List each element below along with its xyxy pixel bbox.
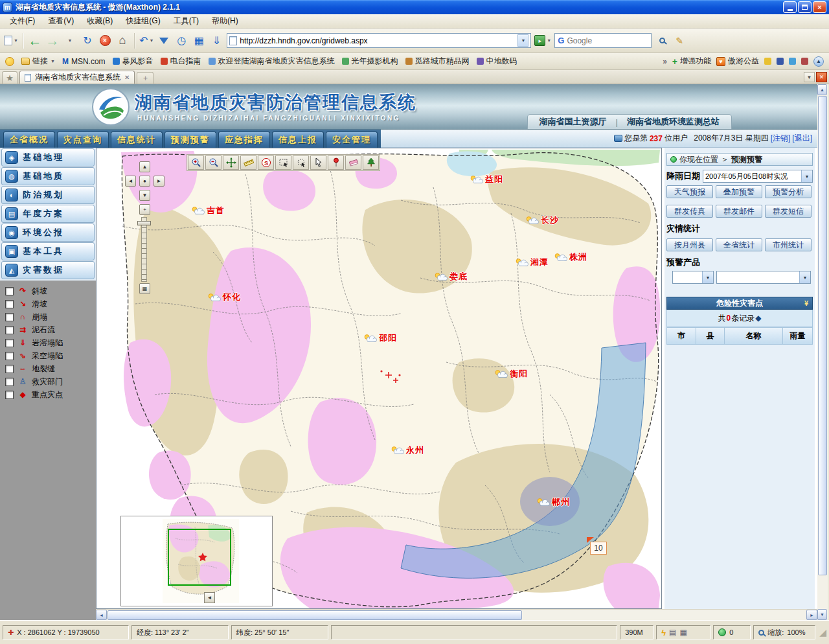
links-folder[interactable]: 链接▼ [21,56,55,67]
link-zhongdi[interactable]: 中地数码 [477,56,517,67]
map-city-shaoyang[interactable]: 邵阳 [363,332,397,344]
collapse-icon[interactable]: ¥ [804,299,808,307]
map-tool-select-circle[interactable]: S [258,155,274,170]
map-city-huaihua[interactable]: 怀化 [207,292,241,303]
zoom-slider-track[interactable] [141,217,147,282]
map-tool-measure[interactable] [240,155,256,170]
logout-link[interactable]: [注销] [771,133,791,144]
link-city[interactable]: 觅路城市精品网 [405,56,470,67]
map-city-xiangtan[interactable]: 湘潭 [515,257,549,268]
vertical-scrollbar[interactable]: ▲ ▼ [817,84,828,620]
layer-checkbox[interactable] [5,391,14,399]
highlight-button[interactable]: ✎ [672,32,687,49]
charity-button[interactable]: ♥傲游公益 [716,56,759,67]
full-extent-button[interactable]: ▦ [139,283,150,294]
chat-icon[interactable] [789,58,796,65]
scroll-down-button[interactable]: ▼ [817,609,827,620]
resize-grip[interactable]: ◢ [819,627,826,638]
favorites-button[interactable]: ★ [2,71,17,84]
maximize-button[interactable] [798,1,812,13]
sidebar-item-base-geography[interactable]: ◈基础地理 [1,148,95,167]
map-city-hengyang[interactable]: 衡阳 [494,368,528,380]
nav-tab-emergency[interactable]: 应急指挥 [218,132,270,148]
history-button[interactable]: ◷ [174,32,188,49]
pan-up-button[interactable]: ▲ [139,161,150,172]
printer-icon[interactable]: ▤ [669,628,676,637]
map-city-yiyang[interactable]: 益阳 [470,174,503,185]
map-tool-select-rectangle[interactable] [275,155,291,170]
exit-link[interactable]: [退出] [792,133,812,144]
nav-tab-statistics[interactable]: 信息统计 [111,132,163,148]
map-city-yongzhou[interactable]: 永州 [391,444,424,456]
layer-checkbox[interactable] [5,378,14,386]
nav-tab-report[interactable]: 信息上报 [272,132,324,148]
layer-checkbox[interactable] [5,287,14,295]
menu-favorites[interactable]: 收藏(B) [81,14,119,28]
link-msn[interactable]: MMSN.com [62,57,106,66]
map-tool-erase[interactable] [345,155,361,170]
zoom-control[interactable]: 缩放:100% [753,625,815,639]
layer-checkbox[interactable] [5,352,14,360]
menu-help[interactable]: 帮助(H) [206,14,244,28]
vertical-scroll-thumb[interactable] [818,96,827,575]
more-links-button[interactable]: » [663,57,667,66]
map-tool-select-polygon[interactable] [293,155,309,170]
menu-groups[interactable]: 快捷组(G) [120,14,166,28]
overview-map[interactable] [163,519,239,603]
mass-email-button[interactable]: 群发邮件 [716,205,762,218]
map-tool-zoom-in[interactable] [188,155,204,170]
back-button[interactable]: ← [28,32,42,49]
link-baofeng[interactable]: 暴风影音 [113,56,153,67]
menu-tools[interactable]: 工具(T) [168,14,205,28]
home-button[interactable]: ⌂ [115,32,130,49]
forward-button[interactable]: → [45,32,60,49]
sidebar-item-annual-plan[interactable]: ▤年度方案 [1,205,95,223]
address-dropdown[interactable]: ▼ [517,34,528,47]
refresh-button[interactable]: ↻ [80,32,95,49]
scroll-left-button[interactable]: ◄ [96,610,107,620]
product-item-select[interactable]: ▼ [716,271,811,284]
monthly-county-button[interactable]: 按月州县 [666,238,713,251]
link-land-resources[interactable]: 湖南省国土资源厅 [539,116,607,128]
map-city-zhuzhou[interactable]: 株洲 [554,251,587,263]
horizontal-scroll-thumb[interactable] [108,610,522,620]
pan-down-button[interactable]: ▼ [139,190,150,201]
layer-checkbox[interactable] [5,300,14,308]
scroll-right-button[interactable]: ► [806,610,817,620]
province-stats-button[interactable]: 全省统计 [716,238,762,251]
tab-close-icon[interactable]: ✕ [124,74,130,81]
map-city-loudi[interactable]: 娄底 [434,271,468,282]
weather-forecast-button[interactable]: 天气预报 [666,185,713,198]
menu-file[interactable]: 文件(F) [4,14,41,28]
snapshot-button[interactable]: ▦ [192,32,206,49]
minimize-button[interactable] [783,1,797,13]
layer-checkbox[interactable] [5,313,14,321]
undo-button[interactable]: ↶▼ [139,32,153,49]
tab-list-button[interactable]: ▼ [804,72,815,82]
map-tool-pan[interactable] [223,155,239,170]
shield-icon[interactable] [718,628,726,636]
pan-left-button[interactable]: ◄ [125,176,136,187]
scroll-up-button[interactable]: ▲ [817,84,827,95]
product-type-select[interactable]: ▼ [672,271,714,284]
map-city-jishou[interactable]: 吉首 [191,205,225,216]
layer-checkbox[interactable] [5,339,14,347]
map-tool-legend[interactable] [363,155,379,170]
link-photo[interactable]: 光年摄影机构 [342,56,398,67]
enhance-button[interactable]: +增强功能 [672,56,711,67]
gift-icon[interactable] [801,58,808,65]
close-button[interactable]: × [813,1,826,13]
download-button[interactable]: ⇓ [209,32,223,49]
city-stats-button[interactable]: 市州统计 [765,238,812,251]
nav-tab-security[interactable]: 安全管理 [326,132,378,148]
horizontal-scrollbar[interactable]: ◄ ► [96,609,817,620]
close-tab-button[interactable]: ✕ [816,72,827,82]
zoom-slider-thumb[interactable] [137,221,151,225]
new-page-button[interactable]: ▼ [4,32,18,49]
pan-right-button[interactable]: ► [153,176,165,187]
sidebar-item-basic-tools[interactable]: ▣基本工具 [1,242,95,260]
ad-filter-button[interactable] [157,32,171,49]
stop-button[interactable]: × [98,32,112,49]
folder-icon[interactable]: ▦ [679,628,687,637]
map-city-changsha[interactable]: 长沙 [525,214,559,226]
